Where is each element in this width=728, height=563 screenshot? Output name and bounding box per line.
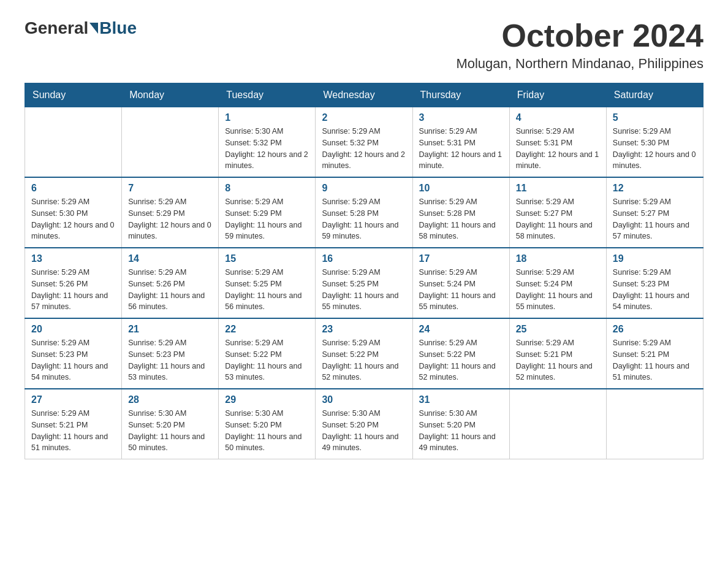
weekday-header-friday: Friday <box>509 83 606 107</box>
day-number: 29 <box>225 394 309 405</box>
day-info: Sunrise: 5:29 AMSunset: 5:25 PMDaylight:… <box>225 267 309 313</box>
week-row-1: 1Sunrise: 5:30 AMSunset: 5:32 PMDaylight… <box>25 107 703 178</box>
calendar-cell: 30Sunrise: 5:30 AMSunset: 5:20 PMDayligh… <box>316 389 412 459</box>
day-number: 28 <box>128 394 212 405</box>
calendar-cell: 13Sunrise: 5:29 AMSunset: 5:26 PMDayligh… <box>25 248 122 318</box>
day-number: 19 <box>613 253 697 264</box>
day-info: Sunrise: 5:30 AMSunset: 5:32 PMDaylight:… <box>225 126 309 172</box>
day-info: Sunrise: 5:30 AMSunset: 5:20 PMDaylight:… <box>322 408 406 454</box>
day-info: Sunrise: 5:29 AMSunset: 5:29 PMDaylight:… <box>128 196 212 242</box>
weekday-header-saturday: Saturday <box>606 83 703 107</box>
day-info: Sunrise: 5:29 AMSunset: 5:22 PMDaylight:… <box>225 337 309 383</box>
day-info: Sunrise: 5:29 AMSunset: 5:25 PMDaylight:… <box>322 267 406 313</box>
calendar-cell: 23Sunrise: 5:29 AMSunset: 5:22 PMDayligh… <box>316 318 412 389</box>
calendar-cell: 24Sunrise: 5:29 AMSunset: 5:22 PMDayligh… <box>412 318 509 389</box>
day-number: 10 <box>419 183 503 194</box>
day-info: Sunrise: 5:29 AMSunset: 5:24 PMDaylight:… <box>419 267 503 313</box>
day-info: Sunrise: 5:29 AMSunset: 5:26 PMDaylight:… <box>128 267 212 313</box>
weekday-header-tuesday: Tuesday <box>219 83 316 107</box>
day-info: Sunrise: 5:29 AMSunset: 5:31 PMDaylight:… <box>419 126 503 172</box>
logo: General Blue <box>25 18 137 38</box>
day-info: Sunrise: 5:29 AMSunset: 5:21 PMDaylight:… <box>516 337 600 383</box>
day-number: 18 <box>516 253 600 264</box>
day-info: Sunrise: 5:29 AMSunset: 5:30 PMDaylight:… <box>31 196 115 242</box>
day-number: 31 <box>419 394 503 405</box>
calendar-cell: 25Sunrise: 5:29 AMSunset: 5:21 PMDayligh… <box>509 318 606 389</box>
day-number: 7 <box>128 183 212 194</box>
logo-blue-text: Blue <box>99 18 137 38</box>
day-info: Sunrise: 5:29 AMSunset: 5:27 PMDaylight:… <box>516 196 600 242</box>
day-number: 22 <box>225 324 309 335</box>
day-number: 30 <box>322 394 406 405</box>
day-number: 15 <box>225 253 309 264</box>
day-info: Sunrise: 5:29 AMSunset: 5:32 PMDaylight:… <box>322 126 406 172</box>
calendar-cell: 27Sunrise: 5:29 AMSunset: 5:21 PMDayligh… <box>25 389 122 459</box>
day-number: 2 <box>322 112 406 123</box>
day-number: 5 <box>613 112 697 123</box>
day-info: Sunrise: 5:29 AMSunset: 5:24 PMDaylight:… <box>516 267 600 313</box>
day-number: 6 <box>31 183 115 194</box>
day-info: Sunrise: 5:29 AMSunset: 5:23 PMDaylight:… <box>128 337 212 383</box>
weekday-header-row: SundayMondayTuesdayWednesdayThursdayFrid… <box>25 83 703 107</box>
location-title: Molugan, Northern Mindanao, Philippines <box>456 56 703 72</box>
month-title: October 2024 <box>456 18 703 53</box>
day-info: Sunrise: 5:29 AMSunset: 5:29 PMDaylight:… <box>225 196 309 242</box>
logo-triangle-icon <box>89 23 98 34</box>
day-info: Sunrise: 5:30 AMSunset: 5:20 PMDaylight:… <box>419 408 503 454</box>
day-number: 25 <box>516 324 600 335</box>
day-number: 3 <box>419 112 503 123</box>
calendar-cell: 28Sunrise: 5:30 AMSunset: 5:20 PMDayligh… <box>122 389 219 459</box>
weekday-header-thursday: Thursday <box>412 83 509 107</box>
title-area: October 2024 Molugan, Northern Mindanao,… <box>456 18 703 72</box>
day-number: 9 <box>322 183 406 194</box>
day-info: Sunrise: 5:29 AMSunset: 5:27 PMDaylight:… <box>613 196 697 242</box>
calendar-cell: 26Sunrise: 5:29 AMSunset: 5:21 PMDayligh… <box>606 318 703 389</box>
header: General Blue October 2024 Molugan, North… <box>25 18 703 72</box>
day-number: 11 <box>516 183 600 194</box>
calendar-cell: 14Sunrise: 5:29 AMSunset: 5:26 PMDayligh… <box>122 248 219 318</box>
calendar-cell: 10Sunrise: 5:29 AMSunset: 5:28 PMDayligh… <box>412 177 509 248</box>
day-info: Sunrise: 5:29 AMSunset: 5:21 PMDaylight:… <box>613 337 697 383</box>
day-info: Sunrise: 5:29 AMSunset: 5:23 PMDaylight:… <box>31 337 115 383</box>
day-number: 12 <box>613 183 697 194</box>
day-number: 14 <box>128 253 212 264</box>
week-row-4: 20Sunrise: 5:29 AMSunset: 5:23 PMDayligh… <box>25 318 703 389</box>
calendar-cell: 2Sunrise: 5:29 AMSunset: 5:32 PMDaylight… <box>316 107 412 178</box>
week-row-2: 6Sunrise: 5:29 AMSunset: 5:30 PMDaylight… <box>25 177 703 248</box>
day-info: Sunrise: 5:29 AMSunset: 5:23 PMDaylight:… <box>613 267 697 313</box>
day-info: Sunrise: 5:29 AMSunset: 5:26 PMDaylight:… <box>31 267 115 313</box>
logo-general-text: General <box>25 18 88 38</box>
calendar-cell: 18Sunrise: 5:29 AMSunset: 5:24 PMDayligh… <box>509 248 606 318</box>
day-info: Sunrise: 5:29 AMSunset: 5:30 PMDaylight:… <box>613 126 697 172</box>
calendar-cell: 12Sunrise: 5:29 AMSunset: 5:27 PMDayligh… <box>606 177 703 248</box>
day-number: 4 <box>516 112 600 123</box>
calendar-cell: 20Sunrise: 5:29 AMSunset: 5:23 PMDayligh… <box>25 318 122 389</box>
day-info: Sunrise: 5:30 AMSunset: 5:20 PMDaylight:… <box>225 408 309 454</box>
day-number: 8 <box>225 183 309 194</box>
day-number: 23 <box>322 324 406 335</box>
calendar-cell: 8Sunrise: 5:29 AMSunset: 5:29 PMDaylight… <box>219 177 316 248</box>
day-info: Sunrise: 5:29 AMSunset: 5:21 PMDaylight:… <box>31 408 115 454</box>
calendar-cell: 15Sunrise: 5:29 AMSunset: 5:25 PMDayligh… <box>219 248 316 318</box>
calendar-cell: 17Sunrise: 5:29 AMSunset: 5:24 PMDayligh… <box>412 248 509 318</box>
day-number: 1 <box>225 112 309 123</box>
calendar-cell: 11Sunrise: 5:29 AMSunset: 5:27 PMDayligh… <box>509 177 606 248</box>
calendar-cell: 1Sunrise: 5:30 AMSunset: 5:32 PMDaylight… <box>219 107 316 178</box>
day-number: 13 <box>31 253 115 264</box>
calendar-table: SundayMondayTuesdayWednesdayThursdayFrid… <box>25 83 703 459</box>
calendar-cell <box>509 389 606 459</box>
day-info: Sunrise: 5:29 AMSunset: 5:28 PMDaylight:… <box>419 196 503 242</box>
week-row-3: 13Sunrise: 5:29 AMSunset: 5:26 PMDayligh… <box>25 248 703 318</box>
day-number: 26 <box>613 324 697 335</box>
weekday-header-wednesday: Wednesday <box>316 83 412 107</box>
day-info: Sunrise: 5:30 AMSunset: 5:20 PMDaylight:… <box>128 408 212 454</box>
day-info: Sunrise: 5:29 AMSunset: 5:28 PMDaylight:… <box>322 196 406 242</box>
calendar-cell: 29Sunrise: 5:30 AMSunset: 5:20 PMDayligh… <box>219 389 316 459</box>
weekday-header-sunday: Sunday <box>25 83 122 107</box>
day-info: Sunrise: 5:29 AMSunset: 5:31 PMDaylight:… <box>516 126 600 172</box>
day-number: 21 <box>128 324 212 335</box>
day-info: Sunrise: 5:29 AMSunset: 5:22 PMDaylight:… <box>322 337 406 383</box>
day-info: Sunrise: 5:29 AMSunset: 5:22 PMDaylight:… <box>419 337 503 383</box>
calendar-cell: 31Sunrise: 5:30 AMSunset: 5:20 PMDayligh… <box>412 389 509 459</box>
calendar-cell <box>25 107 122 178</box>
